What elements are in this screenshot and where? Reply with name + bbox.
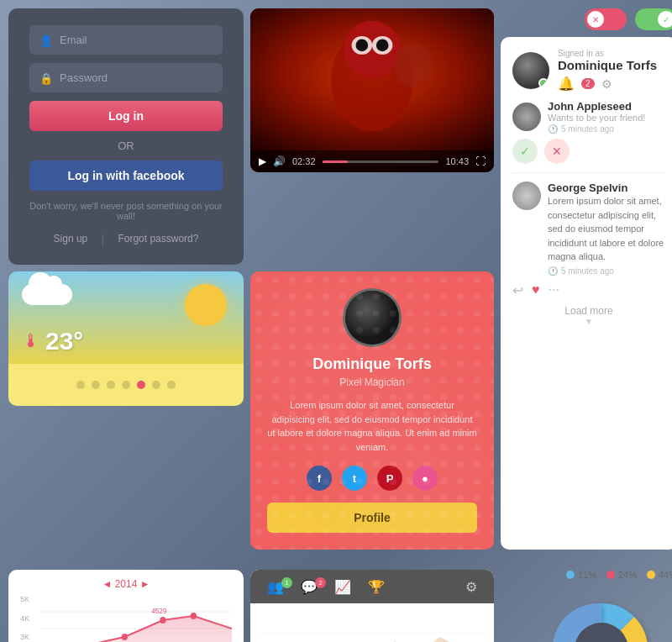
tab-stats[interactable]: 📈	[326, 574, 360, 600]
comment-section: George Spelvin Lorem ipsum dolor sit ame…	[512, 182, 665, 298]
area-chart-svg	[259, 612, 486, 642]
svg-text:4529: 4529	[151, 607, 166, 615]
clock-icon: 🕐	[548, 124, 558, 134]
lock-icon: 🔒	[39, 71, 53, 84]
settings-tab-icon: ⚙	[465, 580, 477, 594]
bell-icon: 🔔	[558, 76, 575, 92]
stats-icon: 📈	[334, 580, 351, 594]
pie-chart-container: 79%	[526, 587, 672, 642]
link-separator: |	[101, 233, 104, 248]
comment-actions: ↩ ♥ ···	[512, 282, 665, 298]
stats-chart-area: 5K 4K 3K 2K 1K	[20, 595, 232, 642]
user-icon: 👤	[39, 34, 53, 46]
cloud-shape	[22, 284, 72, 305]
user-card: Signed in as Dominique Torfs 🔔 2 ⚙ John …	[501, 37, 672, 550]
login-links: Sign up | Forgot password?	[29, 233, 223, 248]
toggle-row: ✕ ✓	[501, 8, 672, 30]
friend-request: John Appleseed Wants to be your friend! …	[512, 100, 665, 173]
load-more-button[interactable]: Load more ▼	[512, 305, 665, 326]
profile-bg-pattern	[250, 271, 494, 550]
email-field-wrap: 👤	[29, 25, 223, 55]
tab-settings[interactable]: ⚙	[457, 574, 486, 600]
thermometer-icon: 🌡	[22, 330, 40, 352]
weather-dot-5[interactable]	[137, 381, 145, 389]
pie-chart-svg: 79%	[526, 587, 672, 642]
settings-icon[interactable]: ⚙	[601, 77, 612, 91]
weather-dot-2[interactable]	[92, 381, 100, 389]
legend-yellow-label: 44%	[659, 570, 672, 580]
tab-trophy[interactable]: 🏆	[360, 574, 393, 600]
volume-button[interactable]: 🔊	[273, 155, 286, 167]
toggle-off[interactable]: ✕	[585, 8, 627, 30]
weather-dot-7[interactable]	[167, 381, 176, 389]
profile-panel: Dominique Torfs Pixel Magician Lorem ips…	[250, 271, 494, 550]
people-tab-badge: 1	[281, 577, 292, 588]
cloud-icon	[22, 284, 72, 305]
y-label-3k: 3K	[20, 633, 29, 641]
user-info: Signed in as Dominique Torfs 🔔 2 ⚙	[558, 49, 657, 92]
sun-icon	[185, 284, 227, 326]
svg-point-5	[356, 39, 369, 52]
temperature-display: 🌡 23°	[22, 327, 83, 355]
line-chart: 4529	[40, 595, 232, 642]
weather-panel: 🌡 23°	[8, 271, 244, 406]
commenter-avatar	[512, 182, 541, 210]
friend-time: 🕐 5 minutes ago	[548, 124, 645, 134]
fullscreen-button[interactable]: ⛶	[475, 155, 486, 167]
svg-rect-9	[250, 271, 494, 550]
signed-in-label: Signed in as	[558, 49, 657, 58]
weather-background: 🌡 23°	[8, 271, 244, 364]
svg-point-7	[395, 42, 432, 87]
login-button[interactable]: Log in	[29, 101, 223, 131]
friend-avatar	[512, 103, 541, 131]
svg-point-15	[122, 634, 128, 640]
comment-text: Lorem ipsum dolor sit amet, consectetur …	[548, 194, 665, 264]
pie-panel: 11% 24% 44%	[501, 570, 672, 642]
legend-dot-yellow	[647, 571, 655, 579]
password-field-wrap: 🔒	[29, 63, 223, 92]
y-label-5k: 5K	[20, 595, 29, 603]
video-progress-bar[interactable]	[323, 160, 439, 163]
trophy-icon: 🏆	[368, 580, 385, 594]
toggle-on[interactable]: ✓	[635, 8, 672, 30]
chart-tabs-panel: 👥 1 💬 2 📈 🏆 ⚙	[250, 570, 494, 642]
tab-chat[interactable]: 💬 2	[292, 574, 326, 600]
comment-clock-icon: 🕐	[548, 266, 558, 276]
svg-point-2	[344, 21, 401, 78]
signup-link[interactable]: Sign up	[54, 233, 88, 248]
reply-button[interactable]: ↩	[512, 282, 523, 298]
weather-dot-3[interactable]	[107, 381, 115, 389]
video-time-total: 10:43	[445, 156, 469, 166]
comment-time: 🕐 5 minutes ago	[548, 266, 665, 276]
more-button[interactable]: ···	[549, 282, 559, 297]
password-input[interactable]	[29, 63, 223, 92]
weather-dot-1[interactable]	[76, 381, 85, 389]
pie-legend: 11% 24% 44%	[566, 570, 672, 580]
forgot-password-link[interactable]: Forgot password?	[118, 233, 198, 248]
legend-dot-blue	[566, 571, 575, 579]
like-button[interactable]: ♥	[532, 282, 540, 297]
decline-friend-button[interactable]: ✕	[544, 139, 570, 164]
area-chart	[259, 612, 486, 642]
toggle-off-knob: ✕	[587, 11, 604, 28]
legend-blue-label: 11%	[578, 570, 596, 580]
user-meta: 🔔 2 ⚙	[558, 76, 657, 92]
friend-name: John Appleseed	[548, 100, 645, 113]
video-panel: ▶ 🔊 02:32 10:43 ⛶	[250, 8, 494, 172]
tab-people[interactable]: 👥 1	[259, 574, 292, 600]
user-avatar	[512, 52, 549, 89]
video-progress-fill	[323, 160, 349, 163]
chart-body: 12345 678910 2,134 Project views 1,579 ♥…	[250, 603, 494, 642]
notification-badge[interactable]: 2	[581, 78, 595, 89]
stats-panel: ◄ 2014 ► 5K 4K 3K 2K 1K	[8, 570, 244, 642]
play-button[interactable]: ▶	[259, 155, 266, 167]
weather-dot-6[interactable]	[152, 381, 160, 389]
accept-friend-button[interactable]: ✓	[512, 139, 538, 164]
email-input[interactable]	[29, 25, 223, 55]
weather-dot-4[interactable]	[122, 381, 130, 389]
friend-subtext: Wants to be your friend!	[548, 113, 645, 123]
y-axis-labels: 5K 4K 3K 2K 1K	[20, 595, 33, 642]
facebook-login-button[interactable]: Log in with facebook	[29, 160, 223, 191]
login-panel: 👤 🔒 Log in OR Log in with facebook Don't…	[8, 8, 244, 265]
commenter-header: George Spelvin Lorem ipsum dolor sit ame…	[512, 182, 665, 276]
